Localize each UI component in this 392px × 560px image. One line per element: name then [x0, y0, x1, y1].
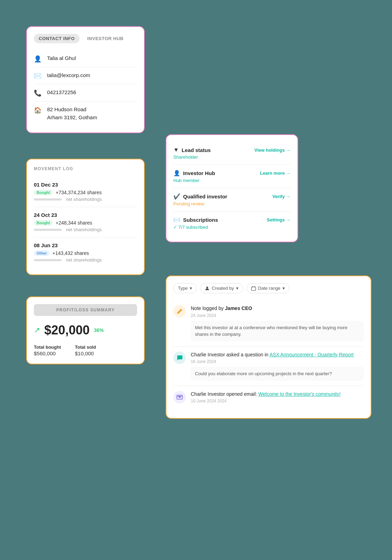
- activity-content-2: Charlie Investor asked a question in ASX…: [191, 351, 364, 381]
- profit-title-bar: PROFIT/LOSS SUMMARY: [34, 304, 137, 316]
- activity-link-3[interactable]: Welcome to the Investor's community!: [258, 391, 341, 397]
- movement-entry-1: 01 Dec 23 Bought +734,374,234 shares net…: [34, 177, 137, 207]
- total-bought-col: Total bought $560,000: [34, 345, 61, 357]
- net-label-3: net shareholdings: [34, 257, 137, 263]
- activity-title-2: Charlie Investor asked a question in ASX…: [191, 351, 364, 358]
- settings-button[interactable]: Settings →: [267, 217, 291, 222]
- qualified-investor-row: ✔️ Qualified investor Verify → Pending r…: [173, 188, 291, 212]
- lead-status-header: ▼ Lead status View holdings →: [173, 147, 291, 153]
- movement-shares-1: +734,374,234 shares: [55, 190, 101, 195]
- subscriptions-row: ✉️ Subscriptions Settings → ✓ 7/7 subscr…: [173, 212, 291, 235]
- activity-content-1: Note logged by James CEO 24 June 2024 Me…: [191, 305, 364, 341]
- profit-arrow-icon: ↗: [34, 326, 40, 335]
- qualified-investor-badge: Pending review: [173, 201, 291, 206]
- activity-body-2: Could you elaborate more on upcoming pro…: [191, 367, 364, 381]
- movement-detail-3: Other +143,432 shares: [34, 250, 137, 256]
- pencil-icon: [176, 308, 183, 315]
- phone-icon: 📞: [34, 89, 42, 97]
- movement-detail-1: Bought +734,374,234 shares: [34, 190, 137, 195]
- date-range-chevron-icon: ▾: [282, 286, 285, 291]
- activity-card: Type ▾ Created by ▾ Date range ▾ Note lo…: [166, 275, 371, 419]
- tab-investor-hub[interactable]: INVESTOR HUB: [82, 34, 128, 43]
- type-filter[interactable]: Type ▾: [173, 283, 197, 293]
- qualified-investor-title: ✔️ Qualified investor: [173, 193, 227, 200]
- profit-totals-row: Total bought $560,000 Total sold $10,000: [34, 345, 137, 357]
- movement-badge-3: Other: [34, 250, 50, 256]
- contact-name: Talia al Ghul: [47, 54, 76, 62]
- learn-more-button[interactable]: Learn more →: [260, 171, 291, 176]
- activity-icon-2: [173, 351, 186, 364]
- movement-badge-2: Bought: [34, 220, 53, 226]
- activity-entry-1: Note logged by James CEO 24 June 2024 Me…: [173, 300, 364, 347]
- investor-hub-badge: Hub member: [173, 178, 291, 183]
- person-icon: [205, 286, 210, 291]
- net-bar-2: [34, 229, 62, 231]
- person-plus-icon: 👤: [173, 170, 180, 176]
- envelope-open-icon: [176, 394, 183, 400]
- investor-hub-title: 👤 Investor Hub: [173, 170, 215, 176]
- movement-date-1: 01 Dec 23: [34, 182, 137, 188]
- created-by-chevron-icon: ▾: [236, 286, 239, 291]
- activity-entry-3: Charlie Investor opened email: Welcome t…: [173, 386, 364, 411]
- lead-status-row: ▼ Lead status View holdings → Shareholde…: [173, 142, 291, 165]
- profit-loss-card: PROFIT/LOSS SUMMARY ↗ $20,000 36% Total …: [26, 296, 145, 364]
- investor-hub-header: 👤 Investor Hub Learn more →: [173, 170, 291, 176]
- activity-date-2: 16 June 2024: [191, 359, 364, 364]
- activity-date-1: 24 June 2024: [191, 313, 364, 318]
- contact-phone: 0421372256: [47, 89, 76, 97]
- contact-address-row: 🏠 82 Hudson Road Arham 3192, Gotham: [34, 101, 137, 126]
- email-icon: ✉️: [34, 72, 42, 80]
- calendar-icon: [251, 286, 256, 291]
- total-sold-col: Total sold $10,000: [75, 345, 96, 357]
- contact-info-card: CONTACT INFO INVESTOR HUB 👤 Talia al Ghu…: [26, 26, 145, 133]
- activity-content-3: Charlie Investor opened email: Welcome t…: [191, 391, 364, 407]
- activity-body-1: Met this investor at at a conference who…: [191, 321, 364, 341]
- contact-phone-row: 📞 0421372256: [34, 84, 137, 101]
- activity-author-1: James CEO: [225, 305, 252, 311]
- lead-status-title: ▼ Lead status: [173, 147, 211, 153]
- type-chevron-icon: ▾: [190, 286, 192, 291]
- contact-email: talia@lexcorp.com: [47, 71, 90, 80]
- net-label-2: net shareholdings: [34, 227, 137, 232]
- home-icon: 🏠: [34, 106, 42, 114]
- subscriptions-title: ✉️ Subscriptions: [173, 217, 218, 223]
- activity-title-3: Charlie Investor opened email: Welcome t…: [191, 391, 364, 398]
- movement-date-3: 08 Jun 23: [34, 242, 137, 248]
- address-line1: 82 Hudson Road: [47, 106, 97, 114]
- investor-hub-row: 👤 Investor Hub Learn more → Hub member: [173, 165, 291, 188]
- total-bought-label: Total bought: [34, 345, 61, 350]
- profit-title: PROFIT/LOSS SUMMARY: [37, 308, 134, 312]
- total-sold-value: $10,000: [75, 350, 94, 356]
- movement-log-title: MOVEMENT LOG: [34, 166, 137, 171]
- total-sold-label: Total sold: [75, 345, 96, 350]
- type-filter-label: Type: [178, 286, 188, 291]
- lead-status-card: ▼ Lead status View holdings → Shareholde…: [166, 134, 298, 242]
- verify-button[interactable]: Verify →: [272, 194, 291, 199]
- profit-percent: 36%: [94, 327, 104, 333]
- contact-address: 82 Hudson Road Arham 3192, Gotham: [47, 106, 97, 121]
- lead-status-badge: Shareholder: [173, 154, 291, 160]
- total-bought-value: $560,000: [34, 350, 56, 356]
- svg-rect-1: [251, 287, 256, 290]
- date-range-label: Date range: [258, 286, 280, 291]
- net-bar-1: [34, 198, 62, 200]
- chat-icon: [176, 355, 183, 361]
- subscriptions-header: ✉️ Subscriptions Settings →: [173, 217, 291, 223]
- created-by-label: Created by: [212, 286, 234, 291]
- activity-title-1: Note logged by James CEO: [191, 305, 364, 312]
- tab-contact-info[interactable]: CONTACT INFO: [34, 34, 80, 43]
- activity-link-2[interactable]: ASX Announcement - Quarterly Report: [270, 352, 354, 357]
- movement-date-2: 24 Oct 23: [34, 212, 137, 218]
- date-range-filter[interactable]: Date range ▾: [247, 283, 289, 293]
- contact-email-row: ✉️ talia@lexcorp.com: [34, 67, 137, 84]
- movement-log-card: MOVEMENT LOG 01 Dec 23 Bought +734,374,2…: [26, 159, 145, 275]
- subscriptions-badge: ✓ 7/7 subscribed: [173, 225, 291, 230]
- view-holdings-button[interactable]: View holdings →: [254, 147, 291, 153]
- profit-main: ↗ $20,000 36%: [34, 323, 137, 338]
- svg-point-0: [206, 286, 208, 288]
- profit-amount: $20,000: [44, 323, 90, 338]
- envelope-icon: ✉️: [173, 217, 180, 223]
- movement-entry-3: 08 Jun 23 Other +143,432 shares net shar…: [34, 237, 137, 267]
- net-bar-3: [34, 259, 62, 261]
- created-by-filter[interactable]: Created by ▾: [200, 283, 243, 293]
